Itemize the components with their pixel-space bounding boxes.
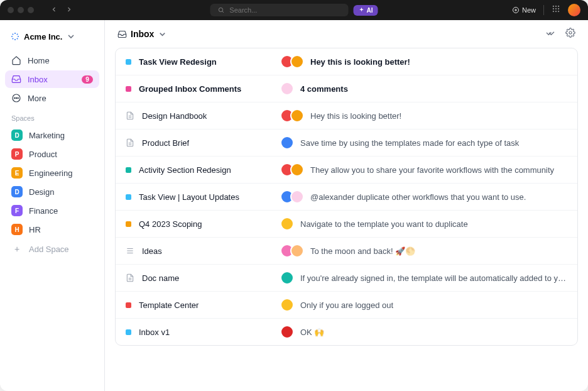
main-title: Inbox: [131, 29, 154, 39]
inbox-row[interactable]: Q4 2023 ScopingNavigate to the template …: [116, 211, 577, 238]
document-icon: [126, 111, 134, 120]
nav-inbox[interactable]: Inbox 9: [5, 70, 99, 88]
avatar: [290, 244, 304, 258]
row-title: Doc name: [142, 273, 179, 283]
row-title: Inbox v1: [139, 328, 170, 337]
avatar: [280, 325, 294, 339]
avatar-stack: [280, 244, 304, 258]
space-item-finance[interactable]: FFinance: [5, 201, 99, 220]
search-area: AI: [210, 4, 378, 16]
sidebar: Acme Inc. Home Inbox 9 More Spaces DMark…: [0, 20, 105, 391]
traffic-close[interactable]: [8, 7, 14, 13]
svg-point-18: [569, 31, 572, 34]
avatar: [280, 82, 294, 96]
inbox-row[interactable]: Design HandbookHey this is looking bette…: [116, 102, 577, 129]
inbox-row[interactable]: Template CenterOnly if you are logged ou…: [116, 292, 577, 319]
row-message: Navigate to the template you want to dup…: [300, 219, 468, 229]
row-message: Hey this is looking better!: [310, 57, 410, 67]
inbox-row[interactable]: Grouped Inbox Comments4 comments: [116, 75, 577, 102]
svg-point-6: [555, 6, 557, 7]
search-input[interactable]: [229, 6, 340, 14]
row-message: Only if you are logged out: [300, 300, 393, 310]
traffic-maximize[interactable]: [28, 7, 34, 13]
inbox-row[interactable]: Inbox v1OK 🙌: [116, 319, 577, 345]
row-message: To the moon and back! 🚀🌕: [310, 246, 415, 256]
workspace-name: Acme Inc.: [24, 32, 62, 41]
nav-home-label: Home: [28, 56, 50, 65]
avatar: [280, 298, 294, 312]
svg-point-5: [553, 6, 554, 7]
status-dot: [126, 86, 131, 92]
apps-icon[interactable]: [552, 4, 560, 16]
svg-point-15: [14, 97, 15, 98]
settings-button[interactable]: [565, 28, 575, 40]
space-badge: E: [11, 167, 23, 179]
ai-label: AI: [367, 7, 373, 14]
app-window: AI New Acme Inc. Home: [0, 0, 588, 391]
titlebar: AI New: [0, 0, 588, 20]
row-title: Grouped Inbox Comments: [139, 84, 241, 94]
inbox-row[interactable]: Product BriefSave time by using the temp…: [116, 129, 577, 157]
avatar: [280, 217, 294, 231]
svg-point-0: [219, 8, 222, 11]
row-message: They allow you to share your favorite wo…: [310, 165, 554, 175]
nav-more-label: More: [28, 94, 46, 103]
document-icon: [126, 273, 134, 282]
inbox-row[interactable]: Task View RedesignHey this is looking be…: [116, 48, 577, 75]
avatar-stack: [280, 190, 304, 204]
spaces-label: Spaces: [5, 108, 99, 124]
divider: [543, 5, 544, 15]
add-space-label: Add Space: [29, 245, 69, 254]
row-message: OK 🙌: [300, 328, 324, 337]
workspace-icon: [10, 31, 20, 41]
space-item-design[interactable]: DDesign: [5, 182, 99, 201]
avatar-stack: [280, 163, 304, 177]
back-button[interactable]: [48, 4, 60, 16]
inbox-row[interactable]: Task View | Layout Updates@alexander dup…: [116, 184, 577, 211]
svg-line-1: [222, 11, 224, 13]
nav-home[interactable]: Home: [5, 52, 99, 69]
space-item-engineering[interactable]: EEngineering: [5, 163, 99, 182]
status-dot: [126, 302, 131, 308]
space-badge: F: [11, 205, 23, 216]
space-badge: D: [11, 129, 23, 141]
row-message: Save time by using the templates made fo…: [300, 138, 519, 148]
avatar: [290, 55, 304, 69]
space-badge: H: [11, 224, 23, 235]
inbox-row[interactable]: IdeasTo the moon and back! 🚀🌕: [116, 238, 577, 265]
workspace-switcher[interactable]: Acme Inc.: [5, 28, 99, 45]
inbox-badge: 9: [82, 75, 93, 84]
nav-more[interactable]: More: [5, 89, 99, 107]
inbox-row[interactable]: Doc nameIf you're already signed in, the…: [116, 265, 577, 292]
traffic-minimize[interactable]: [18, 7, 24, 13]
main-header: Inbox: [105, 20, 588, 48]
traffic-lights: [8, 7, 34, 13]
ai-button[interactable]: AI: [354, 5, 378, 16]
status-dot: [126, 59, 131, 65]
new-button[interactable]: New: [512, 6, 536, 14]
inbox-dropdown[interactable]: Inbox: [117, 29, 167, 39]
space-name: Marketing: [29, 131, 65, 140]
space-item-hr[interactable]: HHR: [5, 220, 99, 239]
row-message: 4 comments: [300, 84, 348, 94]
svg-point-7: [558, 6, 559, 7]
avatar-stack: [280, 298, 294, 312]
forward-button[interactable]: [63, 4, 75, 16]
search-box[interactable]: [210, 4, 349, 16]
titlebar-right: New: [512, 4, 580, 16]
plus-circle-icon: [512, 6, 520, 14]
home-icon: [11, 55, 21, 65]
avatar-stack: [280, 55, 304, 69]
mark-read-button[interactable]: [545, 28, 555, 40]
row-title: Ideas: [142, 246, 162, 256]
space-name: Finance: [29, 206, 58, 216]
status-dot: [126, 167, 131, 173]
document-icon: [126, 138, 134, 147]
add-space-button[interactable]: + Add Space: [5, 240, 99, 258]
row-message: @alexander duplicate other workflows tha…: [310, 192, 526, 202]
space-item-product[interactable]: PProduct: [5, 145, 99, 163]
inbox-row[interactable]: Activity Section RedesignThey allow you …: [116, 157, 577, 184]
user-avatar[interactable]: [568, 4, 580, 16]
space-name: Design: [29, 187, 54, 197]
space-item-marketing[interactable]: DMarketing: [5, 126, 99, 145]
